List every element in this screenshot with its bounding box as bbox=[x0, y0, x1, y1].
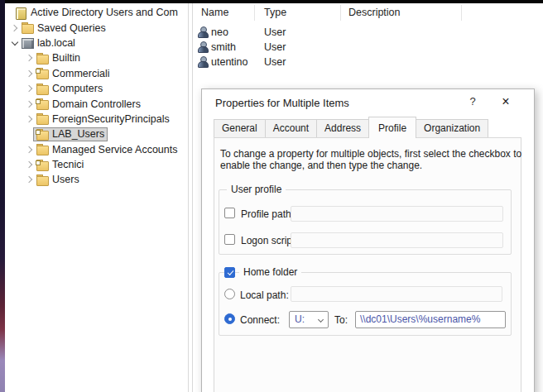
console-tree-panel: Active Directory Users and Com Saved Que… bbox=[5, 3, 189, 392]
logon-script-checkbox[interactable] bbox=[224, 234, 235, 245]
list-header: Name Type Description bbox=[193, 3, 543, 22]
chevron-right-icon[interactable] bbox=[8, 26, 22, 31]
tree-item-domain-controllers[interactable]: Domain Controllers bbox=[5, 96, 188, 111]
drive-letter-select[interactable]: U: bbox=[289, 311, 329, 328]
logon-script-label: Logon script: bbox=[241, 235, 298, 246]
console-root-icon bbox=[15, 7, 26, 18]
column-resize-handle[interactable] bbox=[254, 5, 255, 21]
tree-item-label: Saved Queries bbox=[37, 22, 106, 34]
tree-item-saved-queries[interactable]: Saved Queries bbox=[5, 20, 188, 35]
tree-item-computers[interactable]: Computers bbox=[5, 81, 188, 96]
tab-profile[interactable]: Profile bbox=[368, 117, 416, 138]
instruction-text: To change a property for multiple object… bbox=[220, 148, 521, 160]
ou-folder-icon bbox=[36, 160, 48, 170]
list-item-utentino[interactable]: utentino User bbox=[193, 55, 541, 69]
local-path-label: Local path: bbox=[240, 289, 289, 301]
chevron-right-icon[interactable] bbox=[23, 117, 36, 122]
home-folder-checkbox[interactable] bbox=[224, 267, 235, 278]
tree-item-label: Tecnici bbox=[52, 159, 84, 170]
tab-general[interactable]: General bbox=[214, 119, 266, 138]
tree-item-tecnici[interactable]: Tecnici bbox=[5, 157, 188, 172]
chevron-down-icon[interactable] bbox=[8, 40, 22, 46]
home-folder-label: Home folder bbox=[239, 266, 301, 278]
folder-icon bbox=[36, 53, 48, 64]
home-folder-group: Home folder Local path: Connect: U: To: … bbox=[219, 272, 512, 336]
to-label: To: bbox=[334, 314, 348, 326]
instruction-text: enable the change, and then type the cha… bbox=[220, 160, 422, 171]
console-top-bar bbox=[0, 0, 543, 3]
tree-item-label: Active Directory Users and Com bbox=[31, 7, 178, 18]
cell-type: User bbox=[264, 25, 286, 40]
chevron-right-icon[interactable] bbox=[23, 162, 36, 167]
tree-item-lab-users[interactable]: LAB_Users bbox=[5, 127, 188, 141]
connect-path-input[interactable]: \\dc01\Users\%username% bbox=[355, 311, 506, 328]
chevron-right-icon[interactable] bbox=[23, 147, 36, 152]
tab-organization[interactable]: Organization bbox=[416, 119, 488, 138]
tree-item-builtin[interactable]: Builtin bbox=[5, 50, 188, 65]
logon-script-input bbox=[291, 232, 503, 248]
folder-icon bbox=[36, 144, 48, 155]
tree-item-managed-service-accounts[interactable]: Managed Service Accounts bbox=[5, 142, 188, 157]
tree-item-label: Commerciali bbox=[52, 68, 109, 79]
column-resize-handle[interactable] bbox=[461, 5, 462, 21]
tree-item-label: LAB_Users bbox=[52, 128, 104, 140]
cell-name: smith bbox=[211, 40, 236, 55]
chevron-right-icon[interactable] bbox=[23, 55, 36, 60]
dialog-tabs: General Account Address Profile Organiza… bbox=[214, 118, 488, 138]
list-item-neo[interactable]: neo User bbox=[193, 25, 541, 40]
tree-item-foreign-security-principals[interactable]: ForeignSecurityPrincipals bbox=[5, 112, 188, 127]
profile-path-input bbox=[291, 206, 503, 222]
tree-item-lab-local[interactable]: lab.local bbox=[5, 36, 188, 50]
connect-label: Connect: bbox=[240, 314, 280, 326]
chevron-right-icon[interactable] bbox=[23, 71, 36, 76]
tree-item-label: Builtin bbox=[52, 52, 80, 64]
tree-item-label: Managed Service Accounts bbox=[52, 144, 177, 155]
selected-tree-item-highlight: LAB_Users bbox=[33, 127, 108, 141]
column-header-type[interactable]: Type bbox=[264, 3, 286, 22]
group-legend: User profile bbox=[227, 184, 286, 195]
tab-account[interactable]: Account bbox=[265, 119, 317, 138]
properties-dialog: Properties for Multiple Items ? × Genera… bbox=[201, 88, 535, 392]
folder-icon bbox=[22, 22, 33, 33]
tree-item-label: Users bbox=[52, 174, 79, 185]
tree-item-active-directory-root[interactable]: Active Directory Users and Com bbox=[5, 5, 188, 20]
chevron-right-icon[interactable] bbox=[23, 86, 36, 91]
column-resize-handle[interactable] bbox=[340, 5, 341, 21]
aduc-window: Active Directory Users and Com Saved Que… bbox=[0, 0, 543, 392]
cell-name: neo bbox=[211, 25, 228, 40]
user-icon bbox=[198, 56, 209, 68]
tab-address[interactable]: Address bbox=[316, 119, 369, 138]
chevron-down-icon bbox=[318, 317, 324, 323]
ou-folder-icon bbox=[36, 98, 48, 109]
column-header-description[interactable]: Description bbox=[348, 3, 401, 22]
connect-radio[interactable] bbox=[224, 313, 235, 324]
ou-folder-icon bbox=[36, 68, 48, 79]
tree-item-users[interactable]: Users bbox=[5, 172, 188, 187]
ou-folder-icon bbox=[36, 129, 48, 140]
column-header-name[interactable]: Name bbox=[201, 3, 228, 22]
tree-item-label: Computers bbox=[52, 83, 103, 94]
user-icon bbox=[198, 41, 209, 53]
tree-item-commerciali[interactable]: Commerciali bbox=[5, 66, 188, 81]
dialog-title: Properties for Multiple Items bbox=[215, 97, 349, 109]
profile-path-label: Profile path: bbox=[241, 208, 294, 220]
help-button[interactable]: ? bbox=[462, 93, 483, 111]
folder-icon bbox=[36, 174, 48, 185]
list-item-smith[interactable]: smith User bbox=[193, 40, 541, 55]
folder-icon bbox=[36, 113, 48, 124]
tree-item-label: ForeignSecurityPrincipals bbox=[52, 113, 170, 125]
user-icon bbox=[198, 26, 209, 38]
profile-tab-page: To change a property for multiple object… bbox=[214, 137, 521, 392]
domain-icon bbox=[22, 37, 33, 48]
cell-name: utentino bbox=[211, 55, 247, 69]
close-icon[interactable]: × bbox=[495, 93, 517, 111]
chevron-right-icon[interactable] bbox=[23, 102, 36, 107]
chevron-right-icon[interactable] bbox=[23, 177, 36, 182]
cell-type: User bbox=[264, 55, 286, 69]
tree-item-label: lab.local bbox=[37, 37, 75, 49]
profile-path-checkbox[interactable] bbox=[224, 208, 235, 218]
user-profile-group: User profile Profile path: Logon script: bbox=[219, 189, 512, 255]
desktop-background-sliver bbox=[0, 0, 5, 392]
tree-item-label: Domain Controllers bbox=[52, 98, 141, 110]
local-path-radio[interactable] bbox=[224, 289, 235, 299]
